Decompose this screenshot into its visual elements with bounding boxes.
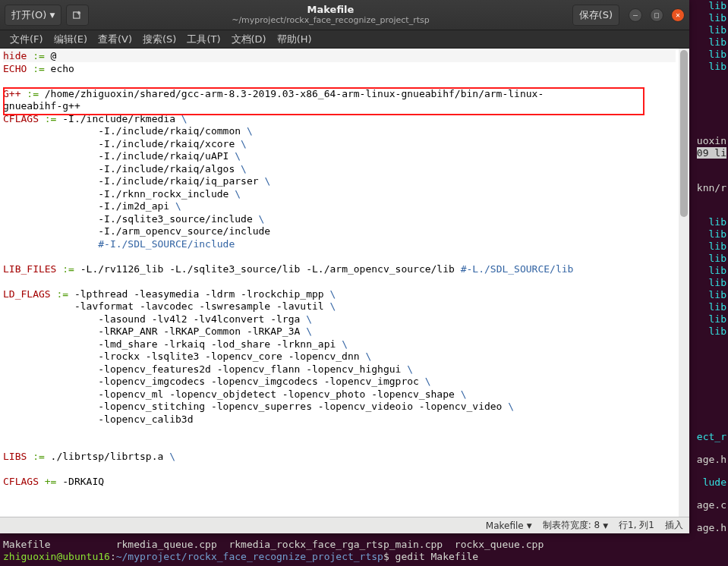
- chevron-down-icon: ▼: [603, 522, 608, 530]
- term-text: age.c: [697, 499, 726, 511]
- editor-content: hide := @ ECHO := echo G++ := /home/zhig…: [3, 50, 686, 489]
- save-label: 保存(S): [579, 8, 613, 22]
- status-position: 行1, 列1: [619, 519, 654, 532]
- status-tabwidth-label: 制表符宽度: 8: [543, 519, 600, 532]
- scrollbar-thumb[interactable]: [680, 50, 688, 217]
- new-tab-icon: [72, 10, 83, 20]
- window-title: Makefile: [93, 5, 567, 15]
- term-text: ect_r: [697, 431, 726, 443]
- maximize-button[interactable]: □: [650, 8, 663, 22]
- terminal-prompt[interactable]: zhiguoxin@ubuntu16:~/myproject/rockx_fac…: [3, 551, 478, 563]
- chevron-down-icon: ▼: [527, 522, 532, 530]
- term-text: lib: [709, 253, 726, 265]
- save-button[interactable]: 保存(S): [572, 5, 619, 26]
- status-bar: Makefile ▼ 制表符宽度: 8 ▼ 行1, 列1 插入: [0, 517, 689, 533]
- chevron-down-icon: ▼: [49, 11, 55, 19]
- term-text: lib: [709, 24, 726, 36]
- term-text: lib: [709, 216, 726, 228]
- gedit-window: 打开(O) ▼ Makefile ~/myproject/rockx_face_…: [0, 0, 689, 533]
- term-text: lib: [709, 12, 726, 24]
- term-text: lib: [709, 277, 726, 289]
- menu-tools[interactable]: 工具(T): [181, 31, 225, 48]
- term-text: lib: [709, 313, 726, 325]
- menu-edit[interactable]: 编辑(E): [49, 31, 93, 48]
- term-text: lib: [709, 0, 726, 12]
- new-tab-button[interactable]: [66, 5, 89, 26]
- term-text: lib: [709, 265, 726, 277]
- open-button[interactable]: 打开(O) ▼: [5, 5, 61, 26]
- status-filetype-label: Makefile: [486, 520, 524, 531]
- term-text: lib: [709, 36, 726, 49]
- window-subtitle: ~/myproject/rockx_face_recognize_project…: [93, 16, 567, 25]
- status-filetype[interactable]: Makefile ▼: [486, 520, 532, 531]
- menu-bar: 文件(F) 编辑(E) 查看(V) 搜索(S) 工具(T) 文档(D) 帮助(H…: [0, 30, 689, 49]
- open-label: 打开(O): [11, 8, 46, 22]
- menu-help[interactable]: 帮助(H): [272, 31, 317, 48]
- term-text: lib: [709, 49, 726, 61]
- term-text: age.h: [697, 522, 726, 534]
- title-area: Makefile ~/myproject/rockx_face_recogniz…: [93, 5, 567, 24]
- vertical-scrollbar[interactable]: [679, 49, 689, 517]
- menu-search[interactable]: 搜索(S): [137, 31, 181, 48]
- term-text: knn/r: [697, 182, 726, 194]
- term-text: lib: [709, 228, 726, 241]
- text-editor[interactable]: hide := @ ECHO := echo G++ := /home/zhig…: [0, 49, 689, 517]
- term-text: lib: [709, 289, 726, 301]
- minimize-button[interactable]: –: [629, 8, 642, 22]
- close-icon: ✕: [676, 11, 680, 19]
- term-text: lib: [709, 325, 726, 338]
- term-text: lude: [703, 476, 726, 489]
- maximize-icon: □: [654, 11, 659, 19]
- window-controls: – □ ✕: [629, 8, 685, 22]
- status-tabwidth[interactable]: 制表符宽度: 8 ▼: [543, 519, 608, 532]
- term-text: lib: [709, 241, 726, 253]
- menu-file[interactable]: 文件(F): [5, 31, 49, 48]
- term-text: 09 li: [697, 147, 726, 159]
- status-insert-mode: 插入: [665, 519, 683, 532]
- minimize-icon: –: [633, 11, 638, 19]
- menu-documents[interactable]: 文档(D): [226, 31, 272, 48]
- window-headerbar: 打开(O) ▼ Makefile ~/myproject/rockx_face_…: [0, 0, 689, 30]
- term-text: Makefile rkmedia_queue.cpp rkmedia_rockx…: [3, 539, 725, 551]
- term-text: lib: [709, 301, 726, 313]
- term-text: uoxin: [697, 135, 726, 147]
- close-button[interactable]: ✕: [671, 8, 685, 22]
- term-text: age.h: [697, 454, 726, 466]
- term-text: lib: [709, 61, 726, 73]
- menu-view[interactable]: 查看(V): [93, 31, 137, 48]
